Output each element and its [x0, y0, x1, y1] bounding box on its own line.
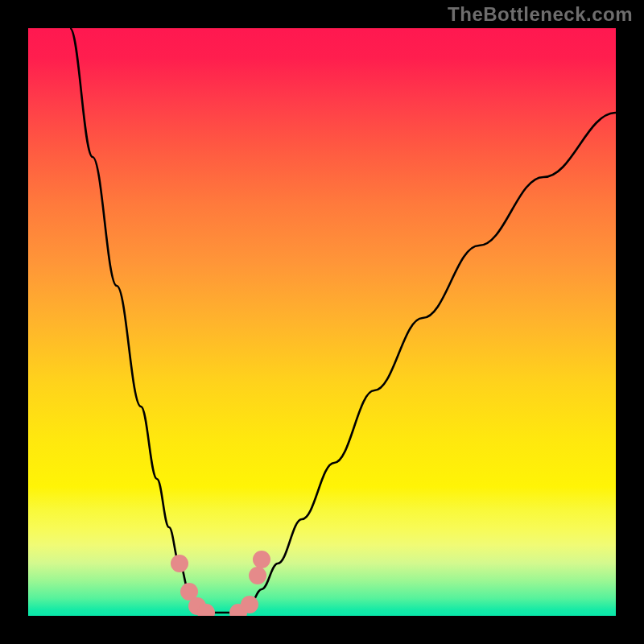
- outer-frame: TheBottleneck.com: [0, 0, 644, 644]
- gradient-background: [28, 28, 616, 616]
- watermark-text: TheBottleneck.com: [448, 3, 633, 26]
- plot-area: [28, 28, 616, 616]
